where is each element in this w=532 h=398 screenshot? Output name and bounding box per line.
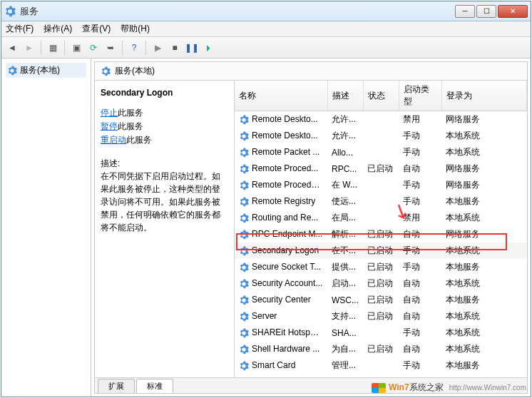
restart-service-button[interactable]: ⏵ [201,40,217,56]
windows-flag-icon [372,383,386,393]
table-row[interactable]: Remote Deskto...允许...手动本地系统 [235,128,527,144]
tab-standard[interactable]: 标准 [136,379,173,393]
forward-button[interactable]: ► [21,40,37,56]
table-row[interactable]: Routing and Re...在局...禁用本地系统 [235,210,527,226]
desc-text: 在不同凭据下启用启动过程。如果此服务被停止，这种类型的登录访问将不可用。如果此服… [101,170,228,234]
content-panel: 服务(本地) Secondary Logon 停止此服务 暂停此服务 重启动此服… [94,61,528,394]
close-button[interactable]: ✕ [498,5,528,18]
col-desc[interactable]: 描述 [327,81,363,111]
services-table-wrap[interactable]: 名称 描述 状态 启动类型 登录为 Remote Deskto...允许...禁… [235,81,527,377]
table-row[interactable]: Remote Procedu...在 W...手动网络服务 [235,177,527,193]
table-row[interactable]: Secondary Logon在不...已启动手动本地系统 [235,243,527,259]
table-row[interactable]: Remote Proced...RPC...已启动自动网络服务 [235,160,527,177]
stop-link[interactable]: 停止 [101,108,118,118]
show-hide-button[interactable]: ▦ [45,40,61,56]
maximize-button[interactable]: ☐ [476,5,496,18]
table-row[interactable]: Secure Socket T...提供...已启动手动本地服务 [235,259,527,275]
services-window: 服务 ─ ☐ ✕ 文件(F) 操作(A) 查看(V) 帮助(H) ◄ ► ▦ ▣… [1,1,531,397]
table-row[interactable]: Server支持...已启动自动本地系统 [235,308,527,325]
col-logon[interactable]: 登录为 [441,81,527,111]
table-row[interactable]: Remote Registry使远...手动本地服务 [235,193,527,210]
menubar: 文件(F) 操作(A) 查看(V) 帮助(H) [1,21,531,37]
menu-view[interactable]: 查看(V) [82,23,111,35]
export-button[interactable]: ➥ [103,40,118,56]
content-header-label: 服务(本地) [115,65,155,77]
menu-help[interactable]: 帮助(H) [121,23,150,35]
col-status[interactable]: 状态 [363,81,399,111]
table-row[interactable]: RPC Endpoint M...解析...已启动自动网络服务 [235,226,527,243]
gear-icon [101,66,111,76]
tree-panel: 服务(本地) [1,58,91,397]
watermark: Win7系统之家 http://www.Winwin7.com [372,382,526,394]
window-title: 服务 [20,5,455,18]
minimize-button[interactable]: ─ [455,5,475,18]
stop-service-button[interactable]: ■ [167,40,183,56]
help-button[interactable]: ? [126,40,142,56]
titlebar[interactable]: 服务 ─ ☐ ✕ [1,1,531,21]
pause-service-button[interactable]: ❚❚ [184,40,200,56]
tab-extended[interactable]: 扩展 [98,379,135,393]
content-header: 服务(本地) [95,62,527,81]
properties-button[interactable]: ▣ [68,40,84,56]
table-row[interactable]: Remote Packet ...Allo...手动本地系统 [235,144,527,160]
restart-link[interactable]: 重启动 [101,135,126,145]
col-name[interactable]: 名称 [235,81,327,111]
selected-service-title: Secondary Logon [101,88,228,98]
table-row[interactable]: Remote Deskto...允许...禁用网络服务 [235,111,527,128]
back-button[interactable]: ◄ [4,40,20,56]
services-icon [4,6,16,17]
detail-panel: Secondary Logon 停止此服务 暂停此服务 重启动此服务 描述: 在… [95,81,235,377]
table-row[interactable]: SHAREit Hotspot...SHA...手动本地系统 [235,325,527,341]
desc-label: 描述: [101,158,228,170]
table-row[interactable]: Smart Card管理...手动本地服务 [235,357,527,374]
toolbar: ◄ ► ▦ ▣ ⟳ ➥ ? ▶ ■ ❚❚ ⏵ [1,37,531,58]
tree-root-label: 服务(本地) [20,64,60,76]
start-service-button[interactable]: ▶ [150,40,165,56]
services-table: 名称 描述 状态 启动类型 登录为 Remote Deskto...允许...禁… [235,81,527,377]
table-row[interactable]: Security CenterWSC...已启动自动本地服务 [235,292,527,308]
menu-file[interactable]: 文件(F) [6,23,34,35]
table-row[interactable]: Security Account...启动...已启动自动本地系统 [235,275,527,292]
pause-link[interactable]: 暂停 [101,121,118,131]
table-row[interactable]: Smart Card Rem...允许...禁用本地系统 [235,374,527,377]
gear-icon [7,66,17,76]
menu-action[interactable]: 操作(A) [44,23,72,35]
tree-root[interactable]: 服务(本地) [6,63,86,78]
refresh-button[interactable]: ⟳ [86,40,101,56]
table-row[interactable]: Shell Hardware ...为自...已启动自动本地系统 [235,341,527,357]
col-startup[interactable]: 启动类型 [399,81,441,111]
